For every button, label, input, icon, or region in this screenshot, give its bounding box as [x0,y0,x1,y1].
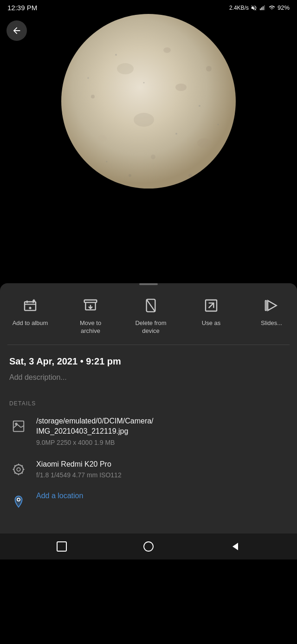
svg-point-18 [199,105,200,107]
svg-point-16 [188,174,192,177]
photo-area [0,0,297,279]
back-triangle-icon [230,541,241,552]
slideshow-icon [262,296,281,315]
svg-point-9 [197,138,211,148]
home-nav-button[interactable] [141,539,156,554]
svg-rect-3 [264,5,265,10]
network-speed: 2.4KB/s [229,5,249,11]
svg-point-47 [17,468,20,471]
nav-bar [0,533,297,559]
svg-marker-39 [268,300,277,310]
archive-label: Move toarchive [80,319,101,335]
svg-point-13 [91,95,95,98]
file-path: /storage/emulated/0/DCIM/Camera/IMG_2021… [36,416,288,437]
square-icon [57,541,67,552]
svg-point-22 [218,124,219,125]
svg-line-55 [14,473,15,474]
svg-point-19 [143,82,145,84]
svg-rect-1 [261,7,262,10]
svg-point-10 [97,135,107,142]
back-button[interactable] [6,20,27,41]
svg-point-7 [175,84,187,91]
photo-date: Sat, 3 Apr, 2021 • 9:21 pm [9,356,288,367]
svg-point-14 [151,155,155,159]
svg-point-57 [144,542,153,551]
square-nav-button[interactable] [54,539,69,554]
svg-line-52 [14,465,15,466]
delete-from-device-button[interactable]: Delete fromdevice [121,294,181,337]
signal-icon [259,5,266,11]
action-row: Add to album Move toarchive [0,291,297,345]
svg-line-43 [13,424,18,428]
delete-label: Delete fromdevice [135,319,166,335]
svg-point-46 [14,465,23,474]
slideshow-button[interactable]: Slides... [241,294,297,329]
back-nav-button[interactable] [228,539,243,554]
use-as-icon [202,296,220,315]
svg-point-5 [61,14,236,189]
file-meta: 9.0MP 2250 x 4000 1.9 MB [36,439,288,446]
svg-line-35 [147,299,155,312]
file-detail-row: /storage/emulated/0/DCIM/Camera/IMG_2021… [9,416,288,446]
svg-point-12 [206,66,212,72]
home-circle-icon [143,541,154,552]
svg-point-20 [175,133,177,135]
add-to-album-button[interactable]: Add to album [0,294,60,329]
svg-line-53 [22,473,23,474]
add-to-album-icon [21,296,39,315]
file-detail-content: /storage/emulated/0/DCIM/Camera/IMG_2021… [36,416,288,446]
use-as-label: Use as [202,319,220,327]
status-bar: 12:39 PM 2.4KB/s 92% [0,0,297,13]
svg-point-21 [106,161,108,163]
camera-specs: f/1.8 1/4549 4.77 mm ISO112 [36,471,288,479]
location-detail-row[interactable]: Add a location [9,492,288,511]
svg-rect-2 [263,6,264,10]
bottom-sheet: Add to album Move toarchive [0,283,297,559]
svg-point-24 [222,50,224,51]
use-as-button[interactable]: Use as [181,294,241,329]
location-content: Add a location [36,492,288,500]
mute-icon [251,5,257,11]
location-icon [9,493,28,511]
svg-line-38 [209,303,214,308]
camera-detail-content: Xiaomi Redmi K20 Pro f/1.8 1/4549 4.77 m… [36,459,288,479]
status-time: 12:39 PM [7,4,37,12]
status-icons: 2.4KB/s 92% [229,4,290,11]
wifi-icon [268,5,276,11]
svg-point-8 [134,113,154,127]
svg-rect-40 [265,300,267,310]
svg-marker-58 [232,543,238,550]
moon-image [60,13,237,191]
camera-icon [9,460,28,479]
archive-icon [81,296,100,315]
move-to-archive-button[interactable]: Move toarchive [60,294,121,337]
photo-info-section: Sat, 3 Apr, 2021 • 9:21 pm Add descripti… [0,345,297,397]
slideshow-label: Slides... [261,319,282,327]
svg-point-15 [129,174,131,177]
battery-text: 92% [278,4,290,11]
drag-handle[interactable] [139,283,158,285]
svg-line-44 [18,424,21,427]
svg-rect-33 [84,300,97,302]
camera-detail-row: Xiaomi Redmi K20 Pro f/1.8 1/4549 4.77 m… [9,459,288,479]
camera-model: Xiaomi Redmi K20 Pro [36,459,288,469]
svg-point-17 [115,54,117,56]
add-location-link[interactable]: Add a location [36,492,288,500]
add-description[interactable]: Add description... [9,373,288,382]
details-section: DETAILS /storage/emulated/0/DCIM/Camera/… [0,397,297,533]
add-to-album-label: Add to album [13,319,48,327]
svg-point-23 [87,77,89,79]
svg-point-11 [163,47,171,53]
delete-device-icon [142,296,160,315]
file-icon [9,417,28,436]
svg-rect-0 [260,8,261,10]
details-label: DETAILS [9,400,288,407]
svg-line-54 [22,465,23,466]
svg-point-6 [117,63,134,74]
